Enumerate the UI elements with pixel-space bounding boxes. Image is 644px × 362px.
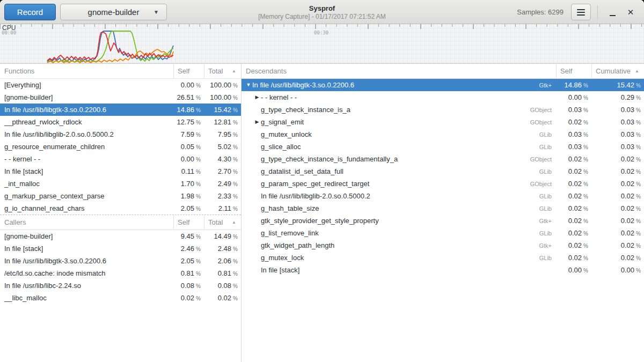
function-name: gtk_style_provider_get_style_property [261,217,379,225]
percentage-value: 2.06% [204,257,241,265]
tree-row[interactable]: g_type_check_instance_is_aGObject0.03%0.… [241,104,644,116]
percent-sign: % [196,258,201,264]
tree-row[interactable]: ▼In file /usr/lib/libgtk-3.so.0.2200.6Gt… [241,79,644,91]
cpu-graph[interactable]: CPU 00:00 00:30 [0,24,644,64]
table-row[interactable]: In file /usr/lib/libgtk-3.so.0.2200.62.0… [0,255,241,267]
percentage-value: 0.02% [556,217,591,225]
headerbar-separator [597,5,598,19]
percentage-value: 2.33% [204,192,241,200]
callers-column-header[interactable]: Callers [0,215,173,230]
table-row[interactable]: g_resource_enumerate_children0.05%5.02% [0,141,241,153]
table-row[interactable]: In file [stack]2.46%2.48% [0,242,241,255]
percent-sign: % [233,120,238,125]
target-process-selector[interactable]: gnome-builder ▼ [60,4,167,20]
function-name-cell: In file /usr/lib/libglib-2.0.so.0.5000.2… [241,192,556,200]
expander-closed-icon[interactable]: ▶ [253,91,261,104]
percent-sign: % [196,246,201,252]
callers-self-column-header[interactable]: Self [173,215,204,230]
table-row[interactable]: In file [stack]0.11%2.70% [0,165,241,178]
table-row[interactable]: [gnome-builder]9.45%14.49% [0,230,241,242]
percent-sign: % [583,95,588,101]
library-badge: GLib [539,168,556,175]
percent-sign: % [636,169,641,175]
table-row[interactable]: __pthread_rwlock_rdlock12.75%12.81% [0,116,241,128]
percent-sign: % [583,107,588,113]
tree-row[interactable]: g_hash_table_sizeGLib0.02%0.02% [241,202,644,215]
tree-row[interactable]: g_slice_allocGLib0.03%0.03% [241,141,644,153]
function-name-cell: g_mutex_lockGLib [241,254,556,262]
percent-sign: % [196,206,201,212]
functions-column-header[interactable]: Functions [0,64,173,78]
descendants-self-column-header[interactable]: Self [556,64,591,78]
close-button[interactable]: ✕ [621,3,640,21]
table-row[interactable]: g_markup_parse_context_parse1.98%2.33% [0,190,241,202]
percentage-value: 0.02% [173,294,204,302]
percent-sign: % [233,95,238,101]
function-name-cell: g_datalist_id_set_data_fullGLib [241,167,556,175]
percentage-value: 0.00% [556,266,591,274]
percentage-value: 2.49% [204,180,241,188]
time-label-mid: 00:30 [314,30,328,35]
percentage-value: 1.70% [173,180,204,188]
percent-sign: % [233,206,238,212]
tree-row[interactable]: g_list_remove_linkGLib0.02%0.02% [241,227,644,239]
function-name: g_type_check_instance_is_fundamentally_a [261,155,398,163]
percentage-value: 7.59% [173,130,204,138]
library-badge: Gtk+ [539,242,556,249]
tree-row[interactable]: g_datalist_id_set_data_fullGLib0.02%0.02… [241,165,644,178]
table-row[interactable]: In file /usr/lib/libgtk-3.so.0.2200.614.… [0,104,241,116]
expander-closed-icon[interactable]: ▶ [253,116,261,128]
target-process-label: gnome-builder [88,8,140,17]
menu-button[interactable] [571,4,591,20]
table-row[interactable]: [Everything]0.00%100.00% [0,79,241,91]
percentage-value: 4.30% [204,155,241,163]
tree-row[interactable]: ▶- - kernel - -0.00%0.29% [241,91,644,104]
descendants-cumulative-column-header[interactable]: Cumulative ▲ [591,64,644,78]
table-row[interactable]: g_io_channel_read_chars2.05%2.11% [0,202,241,215]
function-name: In file /usr/lib/libglib-2.0.so.0.5000.2 [261,192,370,200]
percent-sign: % [233,107,238,113]
tree-row[interactable]: g_param_spec_get_redirect_targetGObject0… [241,178,644,190]
tree-row[interactable]: g_mutex_lockGLib0.02%0.02% [241,252,644,264]
percentage-value: 2.11% [204,204,241,212]
record-button[interactable]: Record [4,4,56,20]
table-row[interactable]: In file /usr/lib/libglib-2.0.so.0.5000.2… [0,128,241,141]
table-row[interactable]: __libc_malloc0.02%0.02% [0,292,241,304]
tree-row[interactable]: g_type_check_instance_is_fundamentally_a… [241,153,644,165]
functions-total-column-header[interactable]: Total ▲ [204,64,241,78]
function-name: g_io_channel_read_chars [0,204,173,212]
functions-self-column-header[interactable]: Self [173,64,204,78]
percent-sign: % [233,194,238,200]
expander-open-icon[interactable]: ▼ [245,79,252,91]
tree-row[interactable]: ▶g_signal_emitGObject0.02%0.03% [241,116,644,128]
minimize-button[interactable] [603,3,621,21]
percentage-value: 0.03% [556,143,591,151]
tree-row[interactable]: gtk_style_provider_get_style_propertyGtk… [241,215,644,227]
function-name-cell: g_hash_table_sizeGLib [241,204,556,212]
percent-sign: % [196,271,201,277]
descendants-column-header[interactable]: Descendants [241,64,556,78]
percent-sign: % [583,144,588,150]
table-row[interactable]: In file /usr/lib/libc-2.24.so0.08%0.08% [0,279,241,292]
tree-row[interactable]: In file [stack]0.00%0.00% [241,264,644,276]
library-badge: GLib [539,193,556,200]
tree-row[interactable]: g_mutex_unlockGLib0.03%0.03% [241,128,644,141]
tree-row[interactable]: gtk_widget_path_lengthGtk+0.02%0.02% [241,239,644,252]
table-row[interactable]: - - kernel - -0.00%4.30% [0,153,241,165]
function-name: In file /usr/lib/libgtk-3.so.0.2200.6 [252,81,354,89]
table-row[interactable]: /etc/ld.so.cache: inode mismatch0.81%0.8… [0,267,241,279]
percent-sign: % [636,120,641,125]
percentage-value: 2.46% [173,245,204,253]
table-row[interactable]: [gnome-builder]26.51%100.00% [0,91,241,104]
percentage-value: 0.02% [556,118,591,126]
table-row[interactable]: _int_malloc1.70%2.49% [0,178,241,190]
tree-row[interactable]: In file /usr/lib/libglib-2.0.so.0.5000.2… [241,190,644,202]
percentage-value: 0.02% [556,229,591,237]
hamburger-icon [577,9,585,10]
close-icon: ✕ [627,8,634,17]
percentage-value: 0.02% [591,167,644,175]
percent-sign: % [196,144,201,150]
function-name-cell: ▶g_signal_emitGObject [241,116,556,128]
callers-total-column-header[interactable]: Total ▲ [204,215,241,230]
function-name: __pthread_rwlock_rdlock [0,118,173,126]
